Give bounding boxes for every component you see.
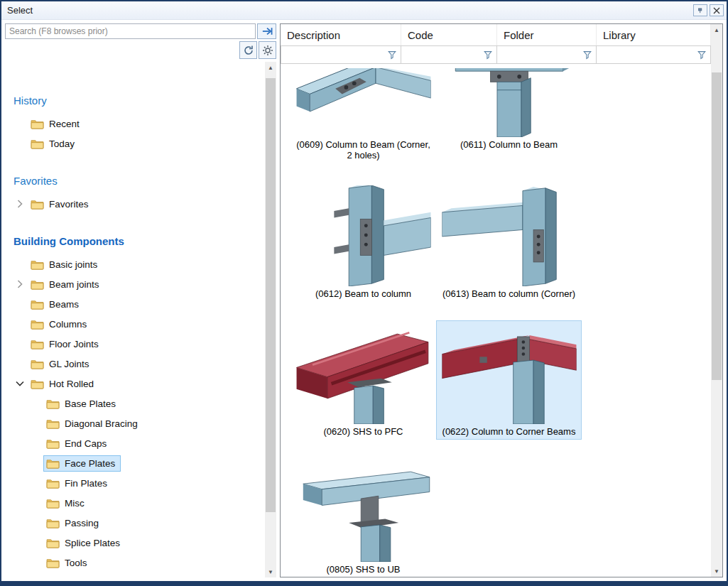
grid-scroll-down-button[interactable]: ▼ [711,565,722,577]
component-item-0612-beam-to-column[interactable]: (0612) Beam to column [290,183,436,302]
filter-button-code[interactable] [481,48,495,62]
grid-scroll-up-button[interactable]: ▲ [711,24,722,36]
chevron-right-icon[interactable] [12,280,28,288]
folder-icon [31,279,44,290]
search-go-button[interactable] [257,23,276,39]
tree-item-gl-joints[interactable]: GL Joints [5,354,265,374]
pin-icon [697,7,704,14]
tree-item-label: Today [49,139,75,149]
tree-item-floor-joints[interactable]: Floor Joints [5,334,265,354]
close-button[interactable] [710,4,724,16]
component-item-0611-column-to-beam[interactable]: (0611) Column to Beam [436,65,582,164]
tree-scroll-thumb[interactable] [266,78,276,512]
column-header-code[interactable]: Code [401,24,497,45]
title-bar: Select [1,1,727,20]
tree-item-favorites[interactable]: Favorites [5,194,265,214]
tree-item-columns[interactable]: Columns [5,314,265,334]
tree-item-label: Beams [49,299,79,310]
tree-item-face-plates[interactable]: Face Plates [5,453,265,473]
tree-item-beam-joints[interactable]: Beam joints [5,274,265,294]
folder-icon [46,458,60,469]
grid-scroll-track[interactable] [711,36,722,565]
tree-item-label: Columns [49,319,87,330]
column-header-folder[interactable]: Folder [497,24,597,45]
tree-item-i-clips[interactable]: I Clips [5,573,265,577]
tree-scroll-down-button[interactable]: ▼ [265,566,276,577]
tree-item-today[interactable]: Today [5,134,265,153]
tree-item-label: I Clips [49,577,76,578]
tree-item-label: Floor Joints [49,339,99,349]
folder-icon [31,199,44,210]
pin-button[interactable] [693,4,707,16]
tree-item-tools[interactable]: Tools [5,553,265,573]
filter-button-folder[interactable] [580,48,594,62]
tree-item-label: Fin Plates [65,478,107,489]
search-input[interactable] [5,23,256,39]
filter-button-description[interactable] [385,48,399,62]
filter-field-description[interactable] [281,45,401,64]
folder-icon [31,577,44,578]
component-thumbnail [296,185,431,286]
tree-section-building-components: Building Components [5,229,265,254]
filter-button-library[interactable] [695,48,709,62]
filter-field-code[interactable] [401,45,497,64]
folder-icon [31,119,44,129]
tree-item-label: Passing [65,518,99,528]
chevron-right-icon[interactable] [12,200,28,208]
tools-row [5,41,276,59]
component-item-0622-column-to-corner-beams[interactable]: (0622) Column to Corner Beams [436,320,582,440]
tree-item-splice-plates[interactable]: Splice Plates [5,533,265,553]
tree-item-recent[interactable]: Recent [5,114,265,134]
component-caption: (0609) Column to Beam (Corner, 2 holes) [293,139,434,161]
folder-icon [46,518,60,528]
folder-tree: HistoryRecentTodayFavoritesFavoritesBuil… [5,62,265,577]
tree-scroll-up-button[interactable]: ▲ [265,62,276,73]
tree-item-label: End Caps [65,438,107,449]
component-thumbnail [442,68,577,137]
grid-scroll-thumb[interactable] [712,72,722,380]
tree-item-label: GL Joints [49,359,89,369]
component-item-0613-beam-to-column-corner[interactable]: (0613) Beam to column (Corner) [436,183,582,302]
column-header-description[interactable]: Description [281,24,401,45]
component-item-0805-shs-to-ub[interactable]: (0805) SHS to UB [290,458,436,577]
component-thumbnail [296,68,431,137]
tree-item-label: Hot Rolled [49,379,94,389]
tree-item-misc[interactable]: Misc [5,493,265,513]
grid-scrollbar[interactable]: ▲ ▼ [711,24,722,577]
tree-item-beams[interactable]: Beams [5,294,265,314]
component-thumbnail [442,323,577,424]
folder-icon [46,558,60,568]
window-title: Select [7,5,691,16]
component-grid-area: (0609) Column to Beam (Corner, 2 holes)(… [281,64,711,577]
tree-scrollbar[interactable]: ▲ ▼ [265,62,276,577]
tree-item-base-plates[interactable]: Base Plates [5,394,265,413]
close-icon [713,7,720,14]
component-item-0609-column-to-beam-corner-2-holes[interactable]: (0609) Column to Beam (Corner, 2 holes) [290,65,436,164]
settings-button[interactable] [259,41,276,59]
tree-item-hot-rolled[interactable]: Hot Rolled [5,374,265,394]
component-item-0620-shs-to-pfc[interactable]: (0620) SHS to PFC [290,320,436,440]
folder-icon [31,139,44,149]
component-caption: (0613) Beam to column (Corner) [442,288,575,299]
folder-icon [46,478,60,489]
funnel-icon [582,50,592,60]
tree-scroll-track[interactable] [265,73,276,566]
column-filters [281,45,711,64]
tree-wrap: HistoryRecentTodayFavoritesFavoritesBuil… [5,62,276,577]
component-caption: (0805) SHS to UB [326,564,400,575]
tree-item-passing[interactable]: Passing [5,513,265,533]
filter-field-folder[interactable] [497,45,597,64]
window-body: HistoryRecentTodayFavoritesFavoritesBuil… [1,20,727,581]
filter-field-library[interactable] [597,45,711,64]
refresh-button[interactable] [239,41,257,59]
tree-item-diagonal-bracing[interactable]: Diagonal Bracing [5,413,265,433]
tree-item-end-caps[interactable]: End Caps [5,433,265,453]
search-row [5,23,276,39]
go-arrow-icon [261,26,273,36]
tree-item-basic-joints[interactable]: Basic joints [5,254,265,274]
chevron-down-icon[interactable] [12,379,28,388]
folder-icon [46,398,60,409]
tree-item-label: Basic joints [49,259,97,270]
tree-item-fin-plates[interactable]: Fin Plates [5,473,265,493]
column-header-library[interactable]: Library [597,24,711,45]
